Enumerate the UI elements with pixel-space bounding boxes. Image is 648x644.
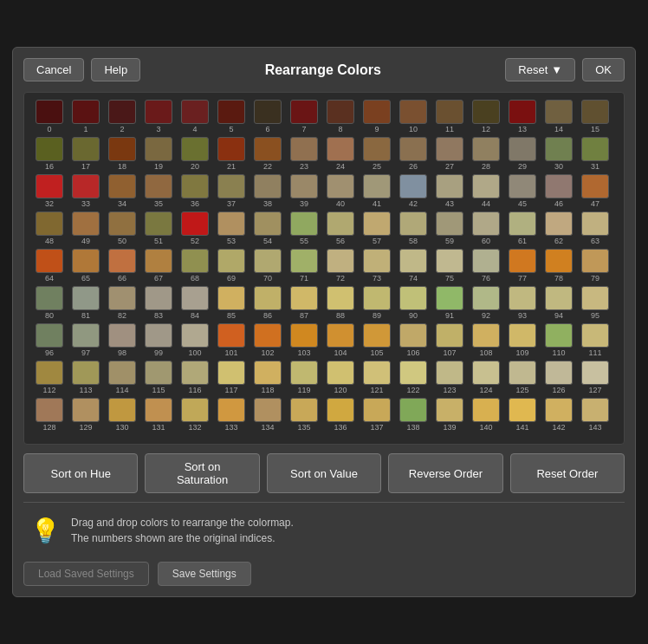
color-swatch[interactable] (254, 286, 282, 310)
color-swatch[interactable] (327, 398, 354, 422)
color-swatch[interactable] (436, 137, 463, 161)
color-cell[interactable]: 104 (322, 323, 359, 357)
reset-button[interactable]: Reset ▼ (505, 58, 575, 81)
color-cell[interactable]: 69 (213, 249, 249, 283)
color-swatch[interactable] (145, 286, 172, 310)
color-swatch[interactable] (436, 398, 463, 422)
color-cell[interactable]: 107 (431, 323, 468, 357)
color-swatch[interactable] (327, 137, 354, 161)
color-cell[interactable]: 72 (322, 249, 359, 283)
color-swatch[interactable] (581, 361, 609, 385)
color-cell[interactable]: 110 (541, 323, 577, 357)
color-cell[interactable]: 132 (177, 398, 213, 432)
color-cell[interactable]: 43 (431, 174, 468, 208)
color-swatch[interactable] (399, 361, 427, 385)
color-swatch[interactable] (399, 249, 427, 273)
color-cell[interactable]: 119 (286, 361, 322, 394)
color-cell[interactable]: 109 (504, 323, 541, 357)
color-cell[interactable]: 12 (468, 100, 504, 133)
color-swatch[interactable] (145, 137, 172, 161)
color-swatch[interactable] (108, 100, 136, 124)
color-cell[interactable]: 134 (249, 398, 286, 432)
color-cell[interactable]: 49 (68, 211, 104, 245)
color-swatch[interactable] (217, 211, 245, 236)
color-swatch[interactable] (181, 323, 209, 348)
color-swatch[interactable] (509, 211, 536, 236)
color-swatch[interactable] (254, 361, 282, 385)
color-cell[interactable]: 127 (577, 361, 613, 394)
color-swatch[interactable] (72, 398, 100, 422)
color-cell[interactable]: 133 (213, 398, 249, 432)
color-swatch[interactable] (254, 174, 282, 198)
color-cell[interactable]: 44 (468, 174, 504, 208)
color-cell[interactable]: 10 (395, 100, 431, 133)
color-cell[interactable]: 46 (541, 174, 577, 208)
color-cell[interactable]: 91 (431, 286, 468, 320)
color-swatch[interactable] (472, 211, 500, 236)
color-swatch[interactable] (436, 211, 463, 236)
color-swatch[interactable] (36, 100, 63, 124)
color-cell[interactable]: 7 (286, 100, 322, 133)
color-swatch[interactable] (181, 174, 209, 198)
color-cell[interactable]: 33 (68, 174, 104, 208)
color-cell[interactable]: 45 (504, 174, 541, 208)
help-button[interactable]: Help (91, 58, 140, 81)
color-cell[interactable]: 31 (577, 137, 613, 171)
color-cell[interactable]: 77 (504, 249, 541, 283)
color-swatch[interactable] (327, 100, 354, 124)
color-swatch[interactable] (327, 286, 354, 310)
color-swatch[interactable] (581, 286, 609, 310)
color-cell[interactable]: 32 (31, 174, 68, 208)
color-cell[interactable]: 90 (395, 286, 431, 320)
color-cell[interactable]: 86 (249, 286, 286, 320)
color-swatch[interactable] (327, 323, 354, 348)
color-swatch[interactable] (472, 174, 500, 198)
color-swatch[interactable] (108, 361, 136, 385)
color-cell[interactable]: 6 (249, 100, 286, 133)
color-cell[interactable]: 98 (104, 323, 140, 357)
color-cell[interactable]: 54 (249, 211, 286, 245)
color-swatch[interactable] (145, 361, 172, 385)
color-swatch[interactable] (72, 174, 100, 198)
color-cell[interactable]: 130 (104, 398, 140, 432)
color-swatch[interactable] (36, 286, 63, 310)
color-swatch[interactable] (36, 398, 63, 422)
color-cell[interactable]: 100 (177, 323, 213, 357)
color-cell[interactable]: 16 (31, 137, 68, 171)
color-swatch[interactable] (363, 323, 391, 348)
color-swatch[interactable] (545, 286, 573, 310)
color-swatch[interactable] (363, 286, 391, 310)
sort-saturation-button[interactable]: Sort on Saturation (145, 453, 259, 493)
color-cell[interactable]: 63 (577, 211, 613, 245)
color-swatch[interactable] (145, 323, 172, 348)
color-swatch[interactable] (509, 398, 536, 422)
color-swatch[interactable] (545, 249, 573, 273)
color-swatch[interactable] (472, 361, 500, 385)
color-swatch[interactable] (217, 100, 245, 124)
color-swatch[interactable] (581, 174, 609, 198)
color-swatch[interactable] (327, 174, 354, 198)
color-cell[interactable]: 30 (541, 137, 577, 171)
color-swatch[interactable] (509, 174, 536, 198)
color-cell[interactable]: 13 (504, 100, 541, 133)
color-swatch[interactable] (217, 323, 245, 348)
color-swatch[interactable] (290, 211, 318, 236)
color-swatch[interactable] (545, 174, 573, 198)
color-cell[interactable]: 55 (286, 211, 322, 245)
color-swatch[interactable] (509, 137, 536, 161)
color-swatch[interactable] (509, 361, 536, 385)
color-swatch[interactable] (36, 174, 63, 198)
color-swatch[interactable] (72, 323, 100, 348)
color-cell[interactable]: 20 (177, 137, 213, 171)
color-cell[interactable]: 68 (177, 249, 213, 283)
color-cell[interactable]: 25 (359, 137, 395, 171)
color-cell[interactable]: 76 (468, 249, 504, 283)
color-swatch[interactable] (581, 249, 609, 273)
color-cell[interactable]: 120 (322, 361, 359, 394)
color-cell[interactable]: 135 (286, 398, 322, 432)
color-cell[interactable]: 47 (577, 174, 613, 208)
color-cell[interactable]: 93 (504, 286, 541, 320)
color-cell[interactable]: 140 (468, 398, 504, 432)
color-cell[interactable]: 88 (322, 286, 359, 320)
color-cell[interactable]: 113 (68, 361, 104, 394)
